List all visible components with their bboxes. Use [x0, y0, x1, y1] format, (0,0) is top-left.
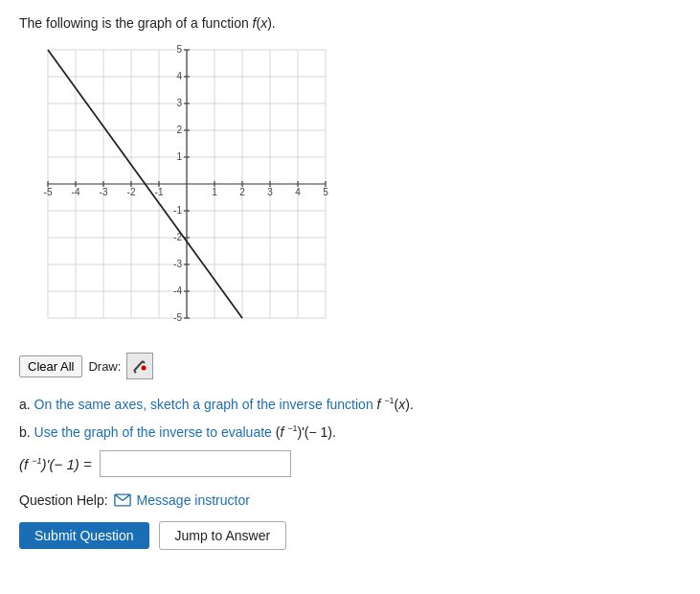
draw-tool-button[interactable]	[126, 353, 153, 379]
help-label: Question Help:	[19, 492, 108, 508]
jump-to-answer-button[interactable]: Jump to Answer	[159, 521, 287, 550]
draw-label: Draw:	[88, 359, 121, 374]
svg-line-2	[134, 371, 136, 373]
pencil-icon	[131, 357, 148, 375]
answer-expression: (f −1)'(− 1) =	[19, 456, 92, 472]
question-help: Question Help: Message instructor	[19, 492, 681, 508]
toolbar: Clear All Draw:	[19, 353, 681, 379]
part-a: a. On the same axes, sketch a graph of t…	[19, 395, 681, 415]
message-instructor-link[interactable]: Message instructor	[137, 492, 250, 508]
submit-question-button[interactable]: Submit Question	[19, 522, 149, 549]
graph-container	[19, 40, 345, 347]
graph-canvas	[19, 40, 335, 337]
answer-input[interactable]	[100, 450, 291, 477]
message-icon	[114, 493, 131, 507]
buttons-row: Submit Question Jump to Answer	[19, 521, 681, 550]
svg-line-0	[134, 361, 143, 371]
clear-all-button[interactable]: Clear All	[19, 355, 82, 377]
svg-point-3	[142, 366, 147, 371]
problem-description: The following is the graph of a function…	[19, 15, 681, 31]
part-b: b. Use the graph of the inverse to evalu…	[19, 423, 681, 443]
answer-row: (f −1)'(− 1) =	[19, 450, 681, 477]
svg-line-1	[143, 361, 145, 363]
